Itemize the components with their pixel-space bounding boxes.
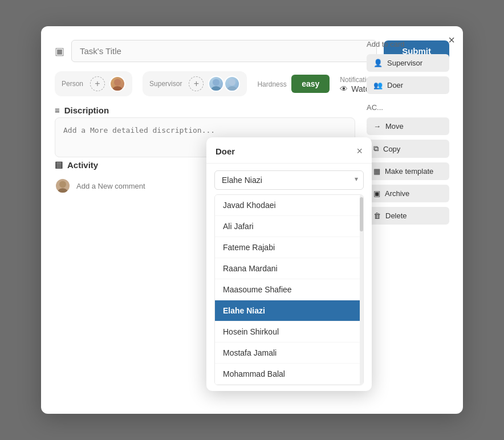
activity-title: Activity [67,160,98,170]
svg-point-5 [227,86,237,92]
delete-label: Delete [385,211,407,220]
make-template-label: Make template [385,167,433,176]
task-icon: ▣ [55,45,64,58]
dropdown-item-hosein[interactable]: Hosein Shirkoul [215,321,363,343]
activity-icon: ▤ [55,160,63,170]
doer-modal: Doer × Elahe Niazi ▾ Javad Khodaei Ali J… [206,137,372,391]
scrollbar-thumb [360,197,363,231]
person-label: Person [62,80,83,88]
task-title-input[interactable] [71,40,377,62]
move-button[interactable]: → Move [367,117,449,135]
doer-sidebar-button[interactable]: 👥 Doer [367,76,449,94]
supervisor-group: Supervisor + [143,71,247,96]
hardness-badge: easy [291,75,330,93]
dropdown-item-mostafa[interactable]: Mostafa Jamali [215,343,363,364]
dropdown-item-maasoume[interactable]: Maasoume Shafiee [215,279,363,300]
svg-point-3 [212,86,221,92]
svg-point-7 [58,188,67,194]
right-panel: Add to card 👤 Supervisor 👥 Doer AC... → … [367,40,449,225]
add-to-card-label: Add to card [367,40,449,48]
description-title: Discription [64,105,109,115]
move-icon: → [373,122,381,131]
description-section-title: ≡ Discription [55,105,355,115]
doer-select-wrapper: Elahe Niazi ▾ [206,164,372,194]
delete-icon: 🗑 [373,211,381,220]
svg-point-4 [229,79,235,85]
eye-icon: 👁 [340,84,348,93]
doer-modal-header: Doer × [206,137,372,164]
supervisor-icon: 👤 [373,59,383,67]
copy-icon: ⧉ [373,144,379,153]
svg-point-2 [213,79,220,85]
description-icon: ≡ [55,105,60,115]
copy-label: Copy [383,145,400,153]
supervisor-btn-label: Supervisor [387,59,422,67]
dropdown-item-fateme[interactable]: Fateme Rajabi [215,237,363,258]
dropdown-item-ali[interactable]: Ali Jafari [215,216,363,237]
doer-icon: 👥 [373,81,383,89]
svg-point-6 [59,181,66,188]
archive-label: Archive [385,189,409,198]
main-card: × ▣ Submit Person + Supervisor + [41,26,463,414]
actions-label: AC... [367,103,449,112]
comment-avatar [55,178,71,194]
move-label: Move [385,122,404,131]
supervisor-sidebar-button[interactable]: 👤 Supervisor [367,54,449,72]
add-supervisor-button[interactable]: + [189,76,204,91]
backdrop: × ▣ Submit Person + Supervisor + [0,0,504,440]
delete-button[interactable]: 🗑 Delete [367,207,449,225]
doer-select[interactable]: Elahe Niazi [214,170,364,190]
doer-modal-title: Doer [216,146,235,156]
dropdown-item-elahe[interactable]: Elahe Niazi [215,300,363,321]
person-group: Person + [55,71,132,96]
supervisor-avatar-1 [208,76,224,92]
hardness-label: Hardness [257,80,286,88]
hardness-group: Hardness easy [257,79,330,89]
doer-btn-label: Doer [387,81,403,89]
dropdown-item-javad[interactable]: Javad Khodaei [215,195,363,216]
svg-point-1 [112,86,122,92]
supervisor-label: Supervisor [149,80,182,88]
template-icon: ▦ [373,167,380,176]
doer-dropdown-list: Javad Khodaei Ali Jafari Fateme Rajabi R… [214,194,364,385]
copy-button[interactable]: ⧉ Copy [367,140,449,158]
make-template-button[interactable]: ▦ Make template [367,162,449,180]
svg-point-0 [114,79,121,85]
doer-close-button[interactable]: × [356,145,363,157]
dropdown-scrollbar[interactable] [360,195,363,385]
add-person-button[interactable]: + [90,76,105,91]
main-card-close-button[interactable]: × [448,34,455,46]
supervisor-avatar-2 [224,76,240,92]
person-avatar [109,76,125,92]
dropdown-item-mohammad[interactable]: Mohammad Balal [215,364,363,385]
archive-icon: ▣ [373,189,380,198]
dropdown-item-raana[interactable]: Raana Mardani [215,258,363,279]
archive-button[interactable]: ▣ Archive [367,185,449,202]
